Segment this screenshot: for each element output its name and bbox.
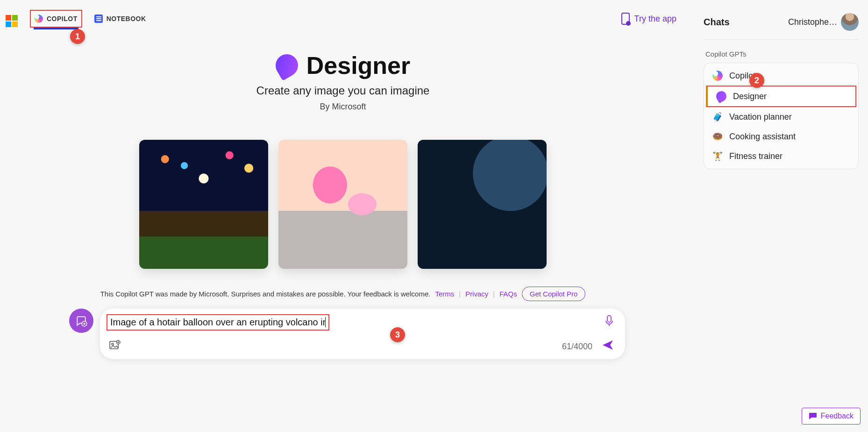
designer-icon — [714, 89, 728, 103]
new-topic-button[interactable] — [69, 309, 93, 333]
designer-hero-icon — [271, 50, 302, 81]
sidebar: Chats Christophe… Copilot GPTs Copilot D… — [695, 0, 868, 432]
sidebar-header: Chats Christophe… — [704, 13, 859, 40]
dumbbell-icon: 🏋️ — [712, 151, 723, 161]
sample-image-lanterns[interactable] — [139, 140, 268, 269]
faqs-link[interactable]: FAQs — [499, 290, 517, 298]
top-bar: COPILOT NOTEBOOK Try the app — [0, 0, 695, 37]
gpt-item-label: Vacation planner — [729, 112, 792, 122]
notebook-icon — [94, 14, 103, 23]
microphone-button[interactable] — [602, 313, 617, 331]
avatar — [841, 13, 859, 31]
hero-title: Designer — [0, 51, 686, 79]
donut-icon: 🍩 — [712, 131, 723, 142]
page-title: Designer — [306, 51, 411, 79]
privacy-link[interactable]: Privacy — [465, 290, 488, 298]
separator: | — [493, 290, 495, 298]
chat-icon — [809, 412, 817, 420]
try-the-app-link[interactable]: Try the app — [621, 13, 676, 25]
separator: | — [459, 290, 461, 298]
gpt-item-designer[interactable]: Designer — [706, 86, 856, 107]
user-name: Christophe… — [788, 17, 837, 27]
copilot-icon — [35, 14, 43, 23]
copilot-icon — [712, 71, 723, 81]
step-badge-1: 1 — [70, 29, 85, 44]
gpt-item-label: Designer — [733, 92, 767, 101]
gpt-item-copilot[interactable]: Copilot — [704, 66, 858, 86]
sample-image-flamingos[interactable] — [278, 140, 407, 269]
tab-copilot-label: COPILOT — [47, 15, 78, 22]
feedback-button[interactable]: Feedback — [802, 408, 861, 425]
svg-rect-1 — [607, 316, 611, 322]
send-button[interactable] — [599, 338, 617, 355]
microsoft-logo-icon[interactable] — [6, 15, 18, 27]
gpt-item-label: Cooking assistant — [729, 132, 796, 142]
try-the-app-label: Try the app — [634, 14, 676, 24]
send-icon — [602, 339, 614, 351]
chat-plus-icon — [75, 315, 87, 327]
sample-gallery — [0, 140, 686, 269]
main-area: Designer Create any image you can imagin… — [0, 51, 686, 301]
prompt-highlight — [107, 314, 329, 331]
gpt-item-fitness-trainer[interactable]: 🏋️ Fitness trainer — [704, 146, 858, 166]
image-plus-icon — [109, 340, 121, 350]
microphone-icon — [605, 315, 614, 326]
prompt-wrap: 61/4000 — [69, 309, 625, 359]
suitcase-icon: 🧳 — [712, 112, 723, 122]
hero-subtitle: Create any image you can imagine — [0, 84, 686, 97]
copilot-gpts-label: Copilot GPTs — [705, 50, 859, 58]
tab-notebook-label: NOTEBOOK — [107, 15, 146, 22]
sample-image-astronaut[interactable] — [418, 140, 547, 269]
text-caret — [325, 317, 326, 327]
prompt-box: 61/4000 — [100, 309, 625, 359]
copilot-gpts-panel: Copilot Designer 🧳 Vacation planner 🍩 Co… — [704, 63, 859, 169]
hero-byline: By Microsoft — [0, 102, 686, 112]
tab-notebook[interactable]: NOTEBOOK — [92, 10, 149, 28]
disclaimer-row: This Copilot GPT was made by Microsoft. … — [0, 287, 686, 301]
user-menu[interactable]: Christophe… — [788, 13, 859, 31]
tab-group: COPILOT NOTEBOOK — [30, 10, 149, 28]
char-counter: 61/4000 — [562, 342, 592, 352]
disclaimer-text: This Copilot GPT was made by Microsoft. … — [100, 290, 431, 298]
tab-copilot[interactable]: COPILOT — [30, 10, 82, 28]
step-badge-3: 3 — [390, 327, 405, 342]
terms-link[interactable]: Terms — [435, 290, 454, 298]
chats-heading: Chats — [704, 17, 730, 28]
add-image-button[interactable] — [107, 338, 123, 355]
gpt-item-label: Fitness trainer — [729, 151, 783, 161]
gpt-item-cooking-assistant[interactable]: 🍩 Cooking assistant — [704, 127, 858, 146]
gpt-item-vacation-planner[interactable]: 🧳 Vacation planner — [704, 107, 858, 127]
prompt-input[interactable] — [110, 317, 325, 328]
svg-point-3 — [112, 343, 114, 345]
get-copilot-pro-button[interactable]: Get Copilot Pro — [522, 287, 586, 301]
phone-icon — [621, 13, 630, 25]
step-badge-2: 2 — [749, 73, 764, 88]
feedback-label: Feedback — [821, 412, 854, 420]
